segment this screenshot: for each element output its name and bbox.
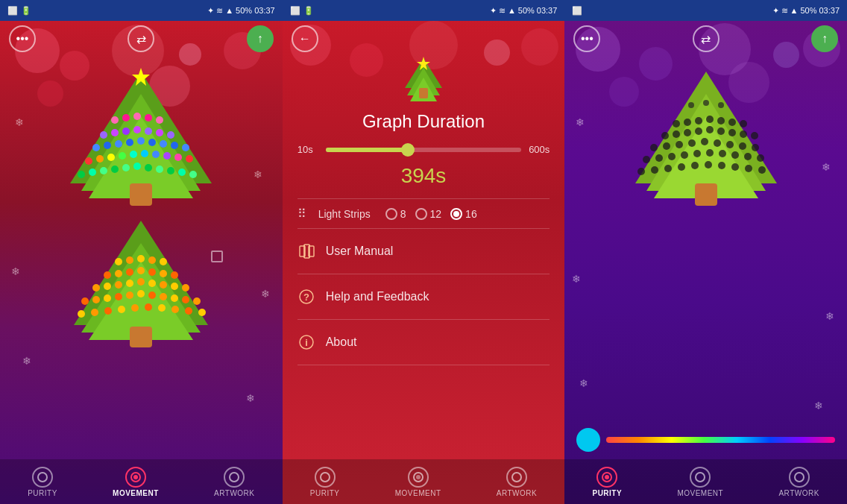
slider-thumb[interactable] [401,143,415,157]
svg-point-73 [92,296,100,303]
color-slider-row [564,428,847,452]
bluetooth-icon: ✦ [207,6,214,16]
svg-point-40 [133,163,141,170]
svg-point-9 [100,131,107,139]
upload-button-1[interactable]: ↑ [247,25,274,52]
menu-label-help: Help and Feedback [326,290,429,303]
svg-point-165 [745,165,752,172]
menu-item-manual[interactable]: User Manual [297,233,550,269]
snowflake-3b: ❄ [822,161,831,173]
svg-point-65 [115,281,122,289]
menu-label-manual: User Manual [326,245,394,258]
artwork-icon-3 [789,467,810,488]
signal-icon-2: ▲ [508,6,516,15]
back-button[interactable]: ← [292,25,318,52]
shuffle-button-3[interactable]: ⇄ [693,25,720,52]
svg-point-33 [174,154,182,161]
svg-point-68 [148,280,156,287]
tree-upper-1 [55,64,227,228]
radio-circle-16 [450,208,462,220]
toolbar-3: ••• ⇄ ↑ [564,21,847,57]
menu-item-help[interactable]: ? Help and Feedback [297,279,550,315]
slider-fill [326,148,408,152]
svg-point-123 [684,119,691,126]
divider-5 [297,365,550,365]
svg-rect-100 [419,88,428,98]
color-swatch[interactable] [576,428,600,452]
nav-purity-2[interactable]: PURITY [310,467,340,497]
settings-title: Graph Duration [297,111,550,132]
nav-purity-1[interactable]: PURITY [28,467,57,497]
snowflake: ❄ [261,288,270,300]
radio-option-12[interactable]: 12 [415,208,442,220]
nav-artwork-2[interactable]: ARTWORK [497,467,537,497]
svg-point-87 [131,304,139,312]
svg-point-71 [182,284,189,292]
svg-point-7 [145,114,152,122]
nav-artwork-1[interactable]: ARTWORK [214,467,254,497]
svg-point-93 [38,473,47,482]
toolbar-1: ••• ⇄ ↑ [0,21,283,57]
radio-label-12: 12 [430,208,442,220]
svg-point-79 [160,293,167,300]
color-track[interactable] [606,437,835,443]
svg-point-56 [104,271,111,279]
svg-rect-50 [130,327,152,347]
bluetooth-icon-2: ✦ [490,6,497,16]
svg-point-6 [133,113,141,120]
nav-movement-2[interactable]: MOVEMENT [395,467,441,497]
svg-point-168 [605,475,609,479]
radio-label-16: 16 [465,208,477,220]
nav-movement-label-2: MOVEMENT [395,489,441,497]
svg-point-52 [126,256,133,264]
menu-button-1[interactable]: ••• [9,25,36,52]
svg-point-125 [706,116,714,123]
svg-point-59 [137,267,145,274]
svg-point-157 [637,168,645,175]
map-icon [297,242,315,260]
snowflake-3a: ❄ [576,116,585,128]
divider-2 [297,228,550,229]
light-strips-label: Light Strips [318,208,371,220]
snowflake-3d: ❄ [825,310,834,322]
nav-purity-3[interactable]: PURITY [592,467,622,497]
svg-point-153 [719,150,726,157]
svg-point-27 [107,154,115,161]
nav-purity-label-1: PURITY [28,489,57,497]
bluetooth-icon-3: ✦ [772,6,779,16]
menu-label-about: About [326,336,357,349]
svg-point-162 [705,161,712,168]
snowflake-3e: ❄ [579,377,588,389]
svg-point-152 [706,149,714,157]
svg-point-26 [96,155,104,163]
svg-point-30 [141,150,148,157]
status-icons-left-2: ⬜ 🔋 [290,6,314,16]
svg-point-37 [100,167,107,174]
tree-small [401,57,446,105]
snowflake: ❄ [15,116,24,128]
nav-movement-3[interactable]: MOVEMENT [677,467,723,497]
panel-settings: ⬜ 🔋 ✦ ≋ ▲ 50% 03:37 ← [283,0,565,504]
shuffle-button-1[interactable]: ⇄ [127,25,154,52]
nav-artwork-3[interactable]: ARTWORK [778,467,819,497]
nav-movement-1[interactable]: MOVEMENT [113,467,159,497]
svg-point-19 [126,139,133,146]
svg-point-5 [122,114,130,122]
svg-point-22 [160,140,167,148]
time-3: 03:37 [819,6,840,15]
menu-item-about[interactable]: i About [297,324,550,360]
divider-1 [297,198,550,199]
purity-icon-2 [315,467,336,488]
radio-option-8[interactable]: 8 [385,208,406,220]
svg-point-139 [663,142,670,150]
wifi-icon-3: ≋ [781,6,788,16]
slider-value: 394s [297,164,550,188]
nav-artwork-label-2: ARTWORK [497,489,537,497]
svg-point-28 [119,152,126,160]
upload-button-3[interactable]: ↑ [811,25,838,52]
svg-point-77 [137,290,145,297]
slider-track[interactable] [326,148,521,152]
svg-point-154 [731,151,739,159]
radio-option-16[interactable]: 16 [450,208,477,220]
menu-button-3[interactable]: ••• [573,25,600,52]
